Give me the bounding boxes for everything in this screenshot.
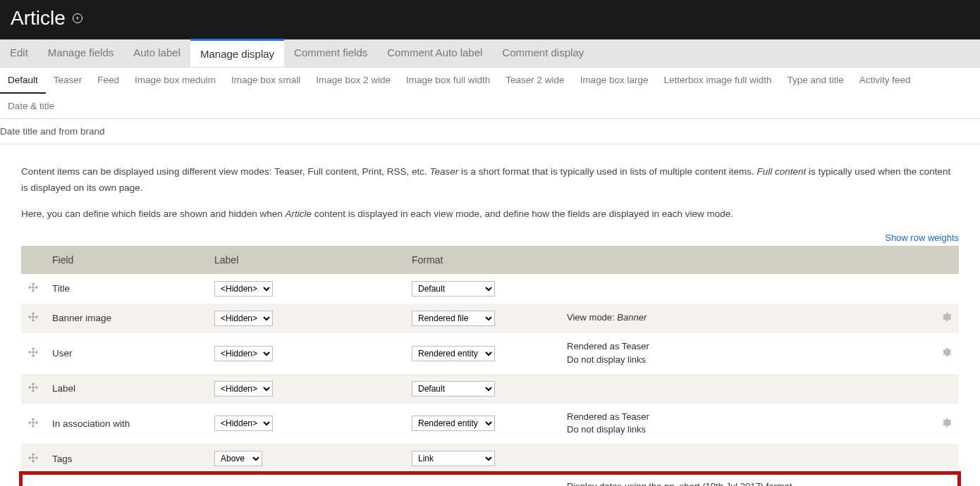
secondary-tab-3[interactable]: Image box meduim — [127, 68, 223, 94]
label-select[interactable]: <Hidden> — [214, 416, 273, 431]
drag-handle[interactable] — [21, 404, 45, 444]
show-row-weights-link[interactable]: Show row weights — [885, 232, 959, 243]
drag-handle[interactable] — [21, 444, 45, 473]
content-region: Content items can be displayed using dif… — [0, 144, 980, 486]
format-cell: Default — [405, 274, 560, 304]
secondary-tab-2[interactable]: Feed — [90, 68, 127, 94]
secondary-tab-6[interactable]: Image box full width — [398, 68, 498, 94]
label-cell: <Hidden> — [207, 473, 405, 486]
field-name: Tags — [45, 444, 207, 473]
col-format: Format — [405, 246, 959, 274]
move-icon — [28, 454, 38, 465]
intro-paragraph-2: Here, you can define which fields are sh… — [21, 206, 959, 223]
col-label: Label — [207, 246, 405, 274]
format-cell: Rendered entity — [405, 333, 560, 374]
field-name: Banner image — [45, 304, 207, 333]
field-name: Content date — [45, 473, 207, 486]
primary-tab-0[interactable]: Edit — [0, 39, 38, 67]
drag-handle[interactable] — [21, 333, 45, 374]
intro-em-teaser: Teaser — [430, 166, 459, 177]
field-name: Label — [45, 374, 207, 404]
format-select[interactable]: Default — [412, 381, 495, 397]
primary-tab-4[interactable]: Comment fields — [284, 39, 377, 67]
format-select[interactable]: Default — [412, 281, 495, 297]
field-name: In association with — [45, 404, 207, 444]
intro-em-article: Article — [286, 208, 312, 219]
primary-tab-5[interactable]: Comment Auto label — [377, 39, 492, 67]
drag-handle[interactable] — [21, 374, 45, 404]
intro-text: Here, you can define which fields are sh… — [21, 208, 286, 219]
label-cell: <Hidden> — [207, 333, 405, 374]
secondary-tab-10[interactable]: Type and title — [780, 68, 852, 94]
secondary-tab-1[interactable]: Teaser — [46, 68, 90, 94]
primary-tab-3[interactable]: Manage display — [190, 39, 284, 67]
gear-icon[interactable] — [941, 417, 952, 430]
format-select[interactable]: Rendered entity — [412, 416, 495, 431]
label-select[interactable]: <Hidden> — [214, 381, 273, 397]
secondary-tab-9[interactable]: Letterbox image full width — [656, 68, 779, 94]
tertiary-tab-0[interactable]: Date title and from brand — [0, 119, 113, 144]
summary-cell: View mode: Banner — [560, 304, 933, 333]
secondary-tab-0[interactable]: Default — [0, 68, 46, 94]
drag-handle[interactable] — [21, 473, 45, 486]
secondary-tab-4[interactable]: Image box small — [223, 68, 308, 94]
drag-handle[interactable] — [21, 304, 45, 333]
format-select[interactable]: Link — [412, 451, 495, 466]
secondary-tabs: DefaultTeaserFeedImage box meduimImage b… — [0, 68, 980, 119]
format-select[interactable]: Rendered entity — [412, 346, 495, 361]
field-name: Title — [45, 274, 207, 304]
gear-icon[interactable] — [941, 347, 952, 360]
settings-cell — [933, 333, 959, 374]
add-icon[interactable]: + — [73, 13, 82, 23]
format-cell: Rendered file — [405, 304, 560, 333]
secondary-tab-5[interactable]: Image box 2 wide — [308, 68, 398, 94]
intro-paragraph-1: Content items can be displayed using dif… — [21, 164, 959, 197]
table-row: User<Hidden>Rendered entityRendered as T… — [21, 333, 959, 374]
primary-tab-6[interactable]: Comment display — [492, 39, 594, 67]
secondary-tab-7[interactable]: Teaser 2 wide — [498, 68, 572, 94]
drag-handle[interactable] — [21, 274, 45, 304]
table-row: Content date<Hidden>Date and timeDisplay… — [21, 473, 959, 486]
label-cell: <Hidden> — [207, 304, 405, 333]
primary-tab-2[interactable]: Auto label — [123, 39, 190, 67]
settings-cell — [933, 274, 959, 304]
move-icon — [28, 313, 38, 324]
display-fields-table: Field Label Format Title<Hidden>DefaultB… — [21, 246, 959, 486]
label-select[interactable]: <Hidden> — [214, 281, 273, 297]
label-select[interactable]: <Hidden> — [214, 311, 273, 326]
intro-text: content is displayed in each view mode, … — [312, 208, 733, 219]
summary-cell: Rendered as TeaserDo not display links — [560, 404, 933, 444]
move-icon — [28, 284, 38, 294]
format-cell: Date and time — [405, 473, 560, 486]
label-select[interactable]: Above — [214, 451, 262, 466]
summary-cell: Rendered as TeaserDo not display links — [560, 333, 933, 374]
summary-cell — [560, 374, 933, 404]
secondary-tab-12[interactable]: Date & title — [0, 94, 62, 118]
move-icon — [28, 349, 38, 359]
primary-tab-1[interactable]: Manage fields — [38, 39, 123, 67]
field-name: User — [45, 333, 207, 374]
table-row: Title<Hidden>Default — [21, 274, 959, 304]
label-cell: <Hidden> — [207, 404, 405, 444]
gear-icon[interactable] — [941, 311, 952, 325]
secondary-tab-11[interactable]: Activity feed — [852, 68, 919, 94]
secondary-tab-8[interactable]: Image box large — [572, 68, 656, 94]
format-cell: Rendered entity — [405, 404, 560, 444]
table-row: TagsAboveLink — [21, 444, 959, 473]
table-row: In association with<Hidden>Rendered enti… — [21, 404, 959, 444]
move-icon — [28, 384, 38, 394]
settings-cell — [933, 404, 959, 444]
label-cell: <Hidden> — [207, 374, 405, 404]
summary-cell — [560, 274, 933, 304]
label-cell: Above — [207, 444, 405, 473]
primary-tabs: EditManage fieldsAuto labelManage displa… — [0, 39, 980, 68]
col-field: Field — [45, 246, 207, 274]
label-cell: <Hidden> — [207, 274, 405, 304]
label-select[interactable]: <Hidden> — [214, 346, 273, 361]
settings-cell — [933, 473, 959, 486]
intro-text: is a short format that is typically used… — [458, 166, 757, 177]
summary-cell — [560, 444, 933, 473]
col-drag — [21, 246, 45, 274]
intro-em-full: Full content — [757, 166, 807, 177]
format-select[interactable]: Rendered file — [412, 311, 495, 326]
